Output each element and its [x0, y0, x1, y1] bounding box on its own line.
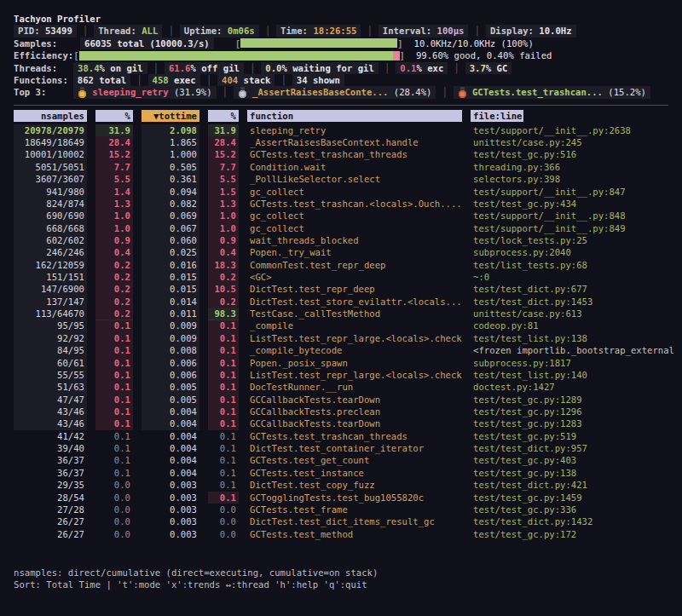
file-line-cell: test/test_list.py:140: [471, 369, 682, 381]
cumulative-pct-cell: 31.9: [208, 124, 239, 136]
separator: │: [147, 62, 165, 74]
function-cell: GCTests.test_trashcan_threads: [247, 430, 462, 442]
tottime-cell: 1.865: [142, 136, 199, 148]
threads-stat-suffix: % GC: [486, 62, 508, 74]
table-row[interactable]: 39/400.10.0040.1DictTest.test_container_…: [0, 442, 682, 454]
functions-stat-suffix: total: [94, 74, 126, 86]
tottime-cell: 0.016: [142, 259, 199, 271]
table-row[interactable]: 602/6020.90.0600.9wait_threads_blockedte…: [0, 234, 682, 246]
table-row[interactable]: 28/540.00.0030.1GCTogglingTests.test_bug…: [0, 492, 682, 504]
function-cell: gc_collect: [247, 222, 462, 234]
table-row[interactable]: 55/550.10.0060.1ListTest.test_repr_large…: [0, 369, 682, 381]
footer-keybindings: Sort: Total Time | 't':mode 'x':trends ↔…: [0, 579, 682, 590]
cumulative-pct-cell: 0.1: [208, 406, 239, 417]
table-row[interactable]: 690/6901.00.0691.0gc_collecttest/support…: [0, 210, 682, 222]
table-row[interactable]: 5051/50517.70.5057.7Condition.waitthread…: [0, 161, 682, 173]
table-row[interactable]: 137/1470.20.0140.2DictTest.test_store_ev…: [0, 296, 682, 308]
cumulative-pct-cell: 0.1: [208, 454, 239, 466]
functions-stat-suffix: exec: [169, 74, 196, 86]
direct-pct-cell: 7.7: [95, 161, 133, 173]
function-cell: GCTests.test_instance: [247, 467, 462, 479]
functions-line: Functions: 862 total│458 exec│404 stack│…: [0, 74, 682, 86]
top3-item[interactable]: GCTests.test_trashcan... (15.2%): [454, 86, 650, 98]
table-row[interactable]: 84/950.10.0080.1_compile_bytecode<frozen…: [0, 344, 682, 356]
file-line-cell: test/test_dict.py:957: [471, 442, 682, 454]
direct-pct-cell: 5.5: [95, 173, 133, 185]
cumulative-pct-cell: 0.1: [208, 344, 239, 356]
table-row[interactable]: 26/270.00.0030.0GCTests.test_methodtest/…: [0, 528, 682, 540]
samples-total: 66035 total (10000.3/s): [80, 37, 214, 49]
cumulative-pct-cell: 98.3: [208, 308, 239, 320]
table-row[interactable]: 43/460.10.0040.1GCCallbackTests.tearDown…: [0, 417, 682, 429]
nsamples-cell: 10001/10002: [14, 148, 87, 160]
nsamples-cell: 5051/5051: [14, 161, 87, 173]
table-row[interactable]: 3607/36075.50.3615.5_PollLikeSelector.se…: [0, 173, 682, 185]
table-row[interactable]: 43/460.10.0040.1GCCallbackTests.preclean…: [0, 406, 682, 417]
file-line-cell: test/test_gc.py:172: [471, 528, 682, 540]
function-cell: GCTests.test_get_count: [247, 454, 462, 466]
table-row[interactable]: 246/2460.40.0250.4Popen._try_waitsubproc…: [0, 246, 682, 258]
table-row[interactable]: 51/630.10.0050.1DocTestRunner.__rundocte…: [0, 381, 682, 393]
function-cell: Condition.wait: [247, 161, 462, 173]
column-header-function[interactable]: function: [247, 110, 462, 122]
table-row[interactable]: 36/370.10.0040.1GCTests.test_instancetes…: [0, 467, 682, 479]
uptime-chip: Uptime: 0m06s: [180, 25, 259, 37]
table-row[interactable]: 151/1510.20.0150.2<GC>~:0: [0, 271, 682, 283]
direct-pct-cell: 0.1: [95, 430, 133, 442]
direct-pct-cell: 0.2: [95, 308, 133, 320]
column-header-cumulative-pct[interactable]: %: [208, 110, 239, 122]
functions-stat-value: 458: [153, 74, 169, 86]
table-row[interactable]: 29/350.00.0030.1DictTest.test_copy_fuzzt…: [0, 479, 682, 491]
table-row[interactable]: 26/270.00.0030.0DictTest.test_dict_items…: [0, 515, 682, 527]
table-row[interactable]: 18649/1864928.41.86528.4_AssertRaisesBas…: [0, 136, 682, 148]
column-header-nsamples[interactable]: nsamples: [14, 110, 87, 122]
tottime-cell: 0.003: [142, 528, 199, 540]
direct-pct-cell: 0.0: [95, 528, 133, 540]
direct-pct-cell: 1.0: [95, 210, 133, 222]
table-row[interactable]: 10001/1000215.21.00015.2GCTests.test_tra…: [0, 148, 682, 160]
cumulative-pct-cell: 0.0: [208, 515, 239, 527]
table-row[interactable]: 941/9801.40.0941.5gc_collecttest/support…: [0, 186, 682, 198]
table-row[interactable]: 27/280.00.0030.0GCTests.test_frametest/t…: [0, 504, 682, 515]
table-row[interactable]: 47/470.10.0050.1GCCallbackTests.tearDown…: [0, 394, 682, 406]
nsamples-cell: 151/151: [14, 271, 87, 283]
table-row[interactable]: 92/920.10.0090.1ListTest.test_repr_large…: [0, 332, 682, 344]
file-line-cell: test/support/__init__.py:848: [471, 210, 682, 222]
table-row[interactable]: 147/69000.20.01510.5DictTest.test_repr_d…: [0, 283, 682, 295]
table-row[interactable]: 162/120590.20.01618.3CommonTest.test_rep…: [0, 259, 682, 271]
table-row[interactable]: 20978/2097931.92.09831.9sleeping_retryte…: [0, 124, 682, 136]
gold-medal-icon: [78, 87, 87, 98]
function-cell: _AssertRaisesBaseContext.handle: [247, 136, 462, 148]
tottime-cell: 0.003: [142, 492, 199, 504]
top3-function-name: GCTests.test_trashcan...: [472, 86, 603, 98]
table-row[interactable]: 824/8741.30.0821.3GCTests.test_trashcan.…: [0, 198, 682, 210]
threads-stat-value: 61.6: [169, 62, 191, 74]
top3-item[interactable]: sleeping_retry (31.9%): [73, 86, 216, 98]
tottime-cell: 0.015: [142, 283, 199, 295]
silver-medal-icon: [238, 87, 247, 98]
top3-item[interactable]: _AssertRaisesBaseConte... (28.4%): [234, 86, 436, 98]
column-header-direct-pct[interactable]: %: [95, 110, 133, 122]
table-row[interactable]: 41/420.10.0040.1GCTests.test_trashcan_th…: [0, 430, 682, 442]
pid-value: 53499: [45, 25, 72, 37]
separator: │: [436, 86, 453, 98]
separator: │: [259, 25, 276, 37]
file-line-cell: test/test_gc.py:1283: [471, 417, 682, 429]
table-row[interactable]: 95/950.10.0090.1_compilecodeop.py:81: [0, 320, 682, 331]
column-header-file-line[interactable]: file:line: [471, 110, 523, 122]
cumulative-pct-cell: 0.1: [208, 479, 239, 491]
table-row[interactable]: 60/610.10.0060.1Popen._posix_spawnsubpro…: [0, 357, 682, 369]
nsamples-cell: 84/95: [14, 344, 87, 356]
file-line-cell: unittest/case.py:613: [471, 308, 682, 320]
thread-chip[interactable]: Thread: ALL: [94, 25, 162, 37]
table-row[interactable]: 668/6681.00.0671.0gc_collecttest/support…: [0, 222, 682, 234]
table-row[interactable]: 113/646700.20.01198.3TestCase._callTestM…: [0, 308, 682, 320]
time-label: Time:: [280, 25, 308, 37]
table-row[interactable]: 36/370.10.0040.1GCTests.test_get_countte…: [0, 454, 682, 466]
nsamples-cell: 47/47: [14, 394, 87, 406]
file-line-cell: test/test_gc.py:138: [471, 467, 682, 479]
column-header-tottime-sorted[interactable]: ▼tottime: [142, 110, 199, 122]
threads-stat-suffix: % exc: [416, 62, 443, 74]
tottime-cell: 0.015: [142, 271, 199, 283]
file-line-cell: test/support/__init__.py:2638: [471, 124, 682, 136]
